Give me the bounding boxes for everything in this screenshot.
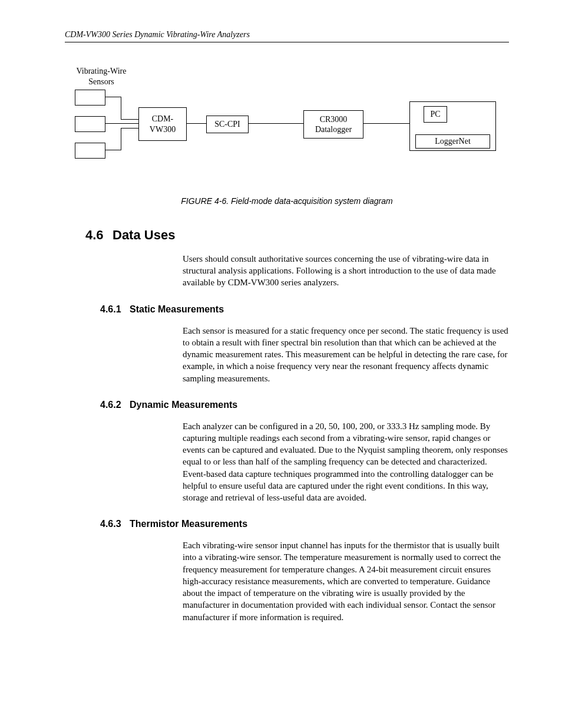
cr3000-box: CR3000 Datalogger	[303, 110, 363, 139]
subsection-number: 4.6.2	[100, 399, 130, 411]
pc-label-box: PC	[424, 106, 447, 123]
subsection-title: Thermistor Measurements	[130, 519, 247, 529]
subsection-heading: 4.6.3Thermistor Measurements	[100, 518, 509, 531]
section-title: Data Uses	[113, 228, 175, 242]
sccpi-box: SC-CPI	[206, 116, 249, 133]
subsection-number: 4.6.1	[100, 304, 130, 316]
section-intro: Users should consult authoritative sourc…	[183, 253, 509, 289]
subsection-number: 4.6.3	[100, 518, 130, 531]
running-header: CDM-VW300 Series Dynamic Vibrating-Wire …	[65, 29, 509, 42]
subsection-body: Each vibrating-wire sensor input channel…	[183, 539, 509, 623]
figure-caption: FIGURE 4-6. Field-mode data-acquisition …	[65, 196, 509, 206]
sensor-box-3	[75, 143, 105, 159]
sensor-box-1	[75, 90, 105, 106]
subsection-title: Static Measurements	[130, 304, 224, 314]
subsection-heading: 4.6.1Static Measurements	[100, 304, 509, 316]
section-heading: 4.6Data Uses	[85, 227, 509, 244]
sensors-label: Vibrating-Wire Sensors	[69, 66, 134, 87]
sensor-box-2	[75, 116, 105, 132]
loggernet-box: LoggerNet	[415, 134, 490, 149]
section-number: 4.6	[85, 227, 113, 244]
cdm-box: CDM- VW300	[138, 107, 187, 141]
subsection-heading: 4.6.2Dynamic Measurements	[100, 399, 509, 411]
subsection-body: Each sensor is measured for a static fre…	[183, 325, 509, 384]
system-diagram: Vibrating-Wire Sensors CDM- VW300 SC-CPI…	[74, 66, 509, 184]
subsection-title: Dynamic Measurements	[130, 400, 237, 410]
subsection-body: Each analyzer can be configured in a 20,…	[183, 420, 509, 504]
